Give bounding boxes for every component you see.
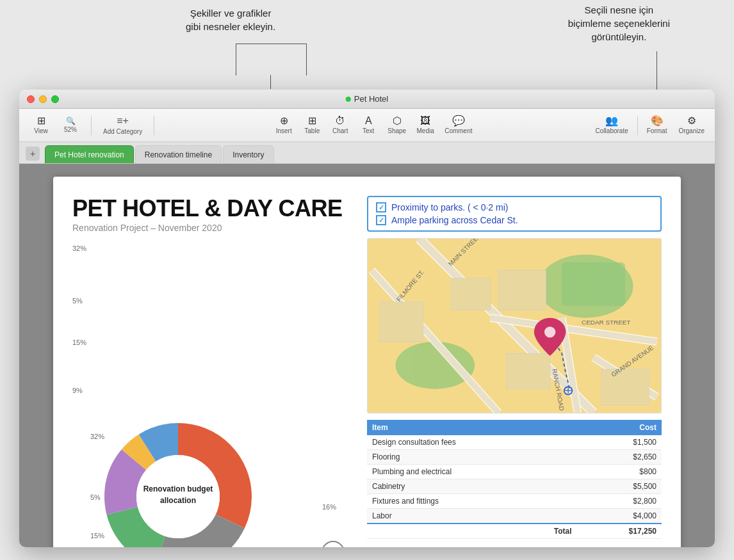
- app-window: Pet Hotel ⊞ View 🔍 52% ≡+ Add Category ⊕…: [19, 90, 715, 547]
- tab-renovation-timeline[interactable]: Renovation timeline: [135, 145, 222, 163]
- close-button[interactable]: [27, 95, 35, 103]
- checkbox-2[interactable]: [376, 215, 386, 225]
- table-row-labor: Labor $4,000: [367, 509, 662, 524]
- donut-chart: Renovation budget allocation: [88, 407, 268, 547]
- shape-button[interactable]: ⬡ Shape: [382, 113, 411, 137]
- chart-icon: ⏱: [335, 116, 345, 126]
- check-text-1: Proximity to parks. ( < 0·2 mi): [391, 202, 508, 212]
- maximize-button[interactable]: [51, 95, 59, 103]
- row-cost-5: $4,000: [576, 509, 662, 524]
- add-category-button[interactable]: ≡+ Add Category: [95, 113, 150, 138]
- add-tab-button[interactable]: +: [26, 147, 40, 161]
- titlebar: Pet Hotel: [19, 90, 715, 109]
- document-subtitle: Renovation Project – November 2020: [72, 223, 354, 233]
- media-icon: 🖼: [420, 116, 430, 126]
- total-label: Total: [367, 524, 576, 539]
- total-value: $17,250: [576, 524, 662, 539]
- toolbar-center: ⊕ Insert ⊞ Table ⏱ Chart A Text ⬡ Shape …: [158, 113, 589, 137]
- collaborate-button[interactable]: 👥 Collaborate: [591, 113, 633, 137]
- shape-icon: ⬡: [393, 116, 402, 126]
- page-left: PET HOTEL & DAY CARE Renovation Project …: [72, 196, 354, 413]
- organize-icon: ⚙: [687, 116, 696, 126]
- comment-button[interactable]: 💬 Comment: [439, 113, 477, 137]
- row-cost-3: $5,500: [576, 479, 662, 494]
- svg-rect-17: [507, 353, 550, 389]
- check-item-1: Proximity to parks. ( < 0·2 mi): [376, 202, 653, 212]
- text-button[interactable]: A Text: [354, 113, 382, 137]
- document-title: PET HOTEL & DAY CARE: [72, 196, 354, 221]
- insert-button[interactable]: ⊕ Insert: [270, 113, 298, 137]
- map-svg: FILMORE ST. MAIN STREET CEDAR STREET RAN…: [368, 239, 661, 413]
- insert-icon: ⊕: [280, 116, 288, 126]
- page-top-section: PET HOTEL & DAY CARE Renovation Project …: [72, 196, 662, 413]
- tab-inventory[interactable]: Inventory: [223, 145, 273, 163]
- chart-label-15: 15%: [72, 339, 86, 346]
- svg-rect-18: [601, 369, 649, 405]
- table-icon: ⊞: [308, 116, 316, 126]
- row-cost-0: $1,500: [576, 435, 662, 450]
- table-button[interactable]: ⊞ Table: [298, 113, 326, 137]
- svg-rect-3: [562, 262, 625, 306]
- view-button[interactable]: ⊞ View: [27, 113, 55, 137]
- annotation-right: Seçili nesne için biçimleme seçeneklerin…: [568, 3, 670, 44]
- view-group: ⊞ View 🔍 52%: [24, 113, 87, 137]
- chart-button[interactable]: ⏱ Chart: [326, 113, 354, 137]
- organize-button[interactable]: ⚙ Organize: [673, 113, 710, 137]
- format-icon: 🎨: [651, 116, 664, 126]
- check-text-2: Ample parking across Cedar St.: [391, 215, 518, 225]
- tabs-bar: + Pet Hotel renovation Renovation timeli…: [19, 142, 715, 164]
- format-button[interactable]: 🎨 Format: [642, 113, 673, 137]
- collaborate-icon: 👥: [605, 116, 618, 126]
- row-cost-2: $800: [576, 465, 662, 479]
- page-right: Proximity to parks. ( < 0·2 mi) Ample pa…: [367, 196, 662, 413]
- zoom-button[interactable]: 🔍 52%: [56, 115, 85, 136]
- document-area: PET HOTEL & DAY CARE Renovation Project …: [19, 164, 715, 547]
- traffic-lights: [27, 95, 59, 103]
- checkbox-1[interactable]: [376, 202, 386, 212]
- table-row: Flooring $2,650: [367, 450, 662, 465]
- view-icon: ⊞: [37, 116, 45, 126]
- zoom-icon: 🔍: [66, 117, 76, 125]
- svg-rect-14: [451, 278, 491, 310]
- pct-16: 16%: [322, 503, 336, 511]
- title-dot: [346, 97, 351, 102]
- toolbar: ⊞ View 🔍 52% ≡+ Add Category ⊕ Insert ⊞ …: [19, 109, 715, 142]
- svg-point-25: [544, 326, 555, 337]
- pct-5: 5%: [90, 493, 101, 501]
- row-item-2: Plumbing and electrical: [367, 465, 576, 479]
- add-category-icon: ≡+: [117, 115, 129, 127]
- map-container: FILMORE ST. MAIN STREET CEDAR STREET RAN…: [367, 238, 662, 413]
- page-bottom-section: Renovation budget allocation 32% 5% 15% …: [72, 420, 662, 547]
- media-button[interactable]: 🖼 Media: [411, 113, 439, 137]
- row-cost-1: $2,650: [576, 450, 662, 465]
- tab-pet-hotel-renovation[interactable]: Pet Hotel renovation: [45, 145, 134, 163]
- table-row: Design consultation fees $1,500: [367, 435, 662, 450]
- chart-label-5: 5%: [72, 297, 83, 305]
- row-cost-4: $2,800: [576, 494, 662, 509]
- col-cost-header: Cost: [576, 420, 662, 435]
- chart-label-32: 32%: [72, 244, 86, 252]
- toolbar-sep-3: [637, 116, 638, 135]
- annotation-left: Şekiller ve grafikler gibi nesneler ekle…: [186, 6, 275, 33]
- svg-text:Renovation budget: Renovation budget: [143, 484, 213, 493]
- checklist: Proximity to parks. ( < 0·2 mi) Ample pa…: [367, 196, 662, 232]
- minimize-button[interactable]: [39, 95, 47, 103]
- row-item-3: Cabinetry: [367, 479, 576, 494]
- table-total-row: Total $17,250: [367, 524, 662, 539]
- svg-rect-15: [498, 270, 546, 310]
- row-item-1: Flooring: [367, 450, 576, 465]
- annotation-area: Şekiller ve grafikler gibi nesneler ekle…: [0, 0, 734, 90]
- pct-23-circle: 23%: [322, 541, 345, 547]
- table-row: Cabinetry $5,500: [367, 479, 662, 494]
- svg-point-2: [396, 342, 475, 389]
- text-icon: A: [365, 116, 372, 126]
- row-item-4: Fixtures and fittings: [367, 494, 576, 509]
- row-item-0: Design consultation fees: [367, 435, 576, 450]
- svg-text:CEDAR STREET: CEDAR STREET: [582, 319, 630, 326]
- table-section: Item Cost Design consultation fees $1,50…: [367, 420, 662, 547]
- check-item-2: Ample parking across Cedar St.: [376, 215, 653, 225]
- table-row: Plumbing and electrical $800: [367, 465, 662, 479]
- chart-label-9: 9%: [72, 387, 83, 394]
- pct-32: 32%: [90, 433, 104, 440]
- window-title: Pet Hotel: [346, 94, 388, 104]
